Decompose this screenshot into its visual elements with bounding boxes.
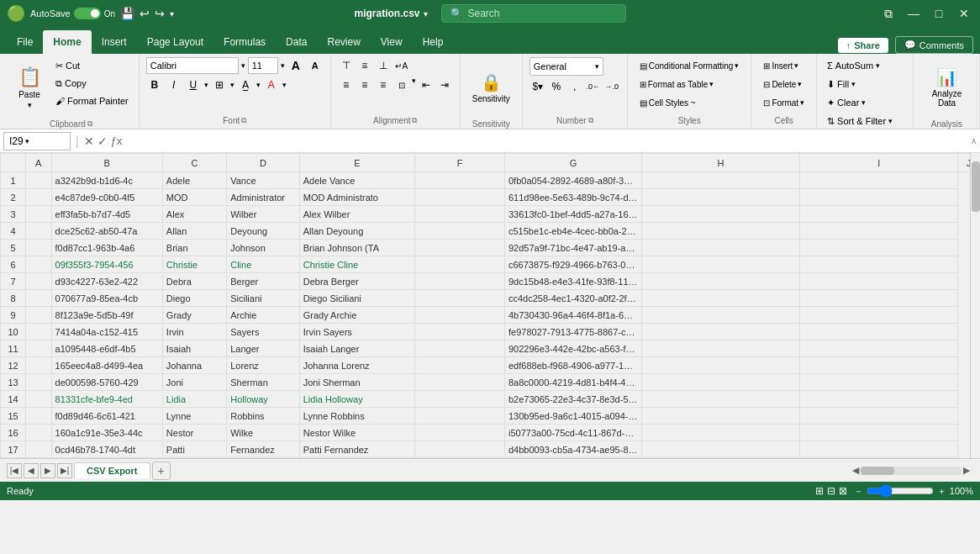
- wrap-text-button[interactable]: ↵A: [393, 57, 410, 74]
- cell[interactable]: Cline: [227, 256, 300, 273]
- cell[interactable]: [26, 425, 52, 441]
- search-bar[interactable]: 🔍 Search: [441, 4, 626, 23]
- cell[interactable]: Adele Vance: [299, 172, 414, 189]
- cell[interactable]: Lidia: [162, 391, 226, 408]
- cell[interactable]: Nestor Wilke: [299, 425, 414, 441]
- cell-reference-box[interactable]: I29 ▾: [3, 132, 71, 150]
- cell[interactable]: f0d89d46-6c61-421: [51, 408, 162, 425]
- cell[interactable]: Wilber: [227, 206, 300, 223]
- align-bottom-button[interactable]: ⊥: [375, 57, 392, 74]
- tab-insert[interactable]: Insert: [92, 30, 137, 54]
- cell[interactable]: [26, 206, 52, 223]
- fill-color-dropdown[interactable]: ▾: [256, 81, 261, 89]
- cell[interactable]: [415, 357, 505, 374]
- sheet-first-button[interactable]: |◀: [7, 463, 22, 478]
- cell[interactable]: [415, 256, 505, 273]
- cell[interactable]: [641, 408, 799, 425]
- tab-data[interactable]: Data: [276, 30, 317, 54]
- percent-button[interactable]: %: [548, 78, 565, 95]
- cell[interactable]: [641, 223, 799, 240]
- tab-page-layout[interactable]: Page Layout: [137, 30, 213, 54]
- cell[interactable]: [641, 172, 799, 189]
- font-size-dropdown[interactable]: ▾: [281, 61, 285, 70]
- cell[interactable]: 09f355f3-7954-456: [51, 256, 162, 273]
- delete-button[interactable]: ⊟ Delete ▾: [758, 76, 807, 92]
- sheet-prev-button[interactable]: ◀: [24, 463, 39, 478]
- cell[interactable]: [641, 357, 799, 374]
- sheet-tab-csv-export[interactable]: CSV Export: [74, 462, 150, 478]
- cell[interactable]: Christie Cline: [299, 256, 414, 273]
- cell[interactable]: cc4dc258-4ec1-4320-a0f2-2f5d43e46329: [505, 290, 642, 307]
- col-header-d[interactable]: D: [227, 154, 300, 172]
- h-scroll-left[interactable]: ◀: [852, 465, 859, 476]
- cell[interactable]: fe978027-7913-4775-8867-c5ffecd41642: [505, 324, 642, 340]
- cell[interactable]: Allan Deyoung: [299, 223, 414, 240]
- cell[interactable]: [800, 206, 958, 223]
- cell[interactable]: Adele: [162, 172, 226, 189]
- cell[interactable]: [800, 441, 958, 458]
- cell[interactable]: Johanna: [162, 357, 226, 374]
- cell[interactable]: [415, 206, 505, 223]
- filename-dropdown-icon[interactable]: ▾: [424, 9, 428, 18]
- view-break-button[interactable]: ⊠: [839, 485, 847, 497]
- row-number[interactable]: 15: [1, 408, 26, 425]
- cell[interactable]: [641, 206, 799, 223]
- cell[interactable]: 92d57a9f-71bc-4e47-ab19-aabe5e906f66: [505, 240, 642, 256]
- cell[interactable]: Administrator: [227, 189, 300, 206]
- cell[interactable]: 8f123a9e-5d5b-49f: [51, 307, 162, 324]
- cf-dropdown[interactable]: ▾: [735, 61, 739, 70]
- zoom-increase-icon[interactable]: ＋: [937, 485, 946, 498]
- underline-button[interactable]: U: [185, 77, 202, 93]
- cell[interactable]: [26, 240, 52, 256]
- formula-accept-icon[interactable]: ✓: [97, 135, 108, 148]
- vertical-scrollbar[interactable]: [970, 153, 980, 458]
- cell[interactable]: Alex: [162, 206, 226, 223]
- cell[interactable]: [800, 256, 958, 273]
- cell[interactable]: a3242b9d-b1d6-4c: [51, 172, 162, 189]
- cell[interactable]: [415, 340, 505, 357]
- cell[interactable]: eff3fa5b-b7d7-4d5: [51, 206, 162, 223]
- col-header-f[interactable]: F: [415, 154, 505, 172]
- cell[interactable]: [415, 324, 505, 340]
- cell[interactable]: [800, 290, 958, 307]
- cell[interactable]: [415, 307, 505, 324]
- cell[interactable]: [26, 391, 52, 408]
- row-number[interactable]: 1: [1, 172, 26, 189]
- increase-font-icon[interactable]: A: [287, 57, 304, 74]
- cell[interactable]: Wilke: [227, 425, 300, 441]
- cell[interactable]: MOD Administrato: [299, 189, 414, 206]
- cell[interactable]: [800, 189, 958, 206]
- alignment-expand-icon[interactable]: ⧉: [412, 116, 417, 125]
- col-header-b[interactable]: B: [51, 154, 162, 172]
- decrease-font-icon[interactable]: A: [307, 57, 324, 74]
- col-header-h[interactable]: H: [641, 154, 799, 172]
- row-number[interactable]: 10: [1, 324, 26, 340]
- cell[interactable]: 8a8c0000-4219-4d81-b4f4-4d374f74aa34: [505, 374, 642, 391]
- cell[interactable]: Joni Sherman: [299, 374, 414, 391]
- row-number[interactable]: 11: [1, 340, 26, 357]
- autosum-button[interactable]: Σ AutoSum ▾: [824, 57, 883, 74]
- clipboard-expand-icon[interactable]: ⧉: [87, 119, 92, 129]
- bold-button[interactable]: B: [146, 77, 163, 93]
- cell[interactable]: Grady: [162, 307, 226, 324]
- cell[interactable]: [800, 340, 958, 357]
- cell[interactable]: Isaiah Langer: [299, 340, 414, 357]
- merge-dropdown[interactable]: ▾: [412, 77, 416, 93]
- cell[interactable]: Diego Siciliani: [299, 290, 414, 307]
- cell[interactable]: c6673875-f929-4966-b763-0b1f34afa5d3: [505, 256, 642, 273]
- cell[interactable]: [800, 408, 958, 425]
- row-number[interactable]: 13: [1, 374, 26, 391]
- sensitivity-button[interactable]: 🔒 Sensitivity: [467, 57, 515, 118]
- cell[interactable]: Sayers: [227, 324, 300, 340]
- formula-bar-collapse[interactable]: ∧: [971, 136, 977, 145]
- number-expand-icon[interactable]: ⧉: [588, 116, 593, 125]
- cell[interactable]: [641, 189, 799, 206]
- cell[interactable]: Sherman: [227, 374, 300, 391]
- cell[interactable]: [415, 189, 505, 206]
- col-header-e[interactable]: E: [299, 154, 414, 172]
- h-scrollbar[interactable]: [861, 467, 962, 475]
- delete-dropdown[interactable]: ▾: [798, 80, 802, 88]
- cell[interactable]: Berger: [227, 273, 300, 290]
- cell[interactable]: Brian Johnson (TA: [299, 240, 414, 256]
- cell[interactable]: [800, 324, 958, 340]
